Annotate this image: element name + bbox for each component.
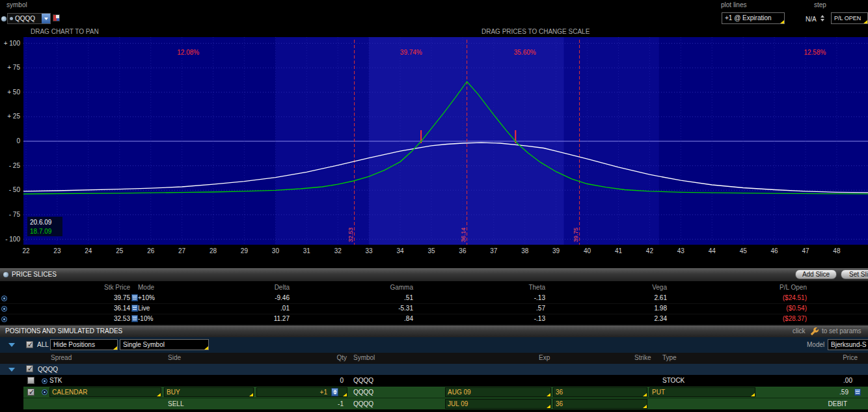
step-stepper[interactable] [821,15,824,21]
x-axis-tick-label[interactable]: 44 [709,247,716,254]
x-axis-tick-label[interactable]: 29 [241,247,249,254]
slice-mode[interactable]: Live [138,303,150,314]
symbol-dropdown-button[interactable] [42,14,50,23]
symbol-combobox[interactable]: QQQQ [7,13,51,24]
col-theta[interactable]: Theta [528,282,545,293]
symbol-value[interactable]: QQQQ [13,15,42,22]
strike-dropdown[interactable]: 36 [553,399,647,409]
x-axis-tick-label[interactable]: 30 [272,247,280,254]
col-qty[interactable]: Qty [336,353,347,363]
symbol-group-row[interactable]: QQQQ [0,364,868,375]
row-radio-icon[interactable] [42,378,47,384]
y-axis-tick-label[interactable]: 0 [16,137,20,144]
qty-spinner-icon[interactable] [331,388,338,396]
x-axis-tick-label[interactable]: 22 [22,247,30,254]
qty-stepper[interactable]: +1 [256,387,347,397]
collapse-triangle-icon[interactable] [8,368,15,372]
strike-dropdown[interactable]: 36 [553,387,647,397]
x-axis-tick-label[interactable]: 38 [521,247,529,254]
x-axis-tick-label[interactable]: 46 [771,247,779,254]
risk-profile-chart[interactable]: + 100+ 75+ 50+ 250- 25- 50- 75- 10022232… [0,37,868,257]
slice-lock-icon[interactable] [131,315,138,322]
slice-row-icon[interactable] [1,316,7,322]
exp-dropdown[interactable]: AUG 09 [445,387,551,397]
step-up-icon[interactable] [821,15,824,18]
row-checkbox[interactable] [27,377,34,384]
col-side[interactable]: Side [168,353,181,363]
col-vega[interactable]: Vega [652,282,667,293]
x-axis-tick-label[interactable]: 34 [396,247,404,254]
price-lock-icon[interactable] [854,389,861,396]
section-bullet-icon[interactable] [3,272,8,277]
x-axis-tick-label[interactable]: 32 [334,247,342,254]
x-axis-tick-label[interactable]: 26 [147,247,155,254]
set-slices-button[interactable]: Set Slic [841,269,868,279]
x-axis-tick-label[interactable]: 23 [53,247,61,254]
col-strike[interactable]: Strike [634,353,651,363]
col-exp[interactable]: Exp [539,353,550,363]
positions-filter-dropdown[interactable]: Hide Positions [50,339,118,350]
slice-stk-price[interactable]: 36.14 [114,303,130,314]
step-down-icon[interactable] [821,19,824,21]
add-slice-button[interactable]: Add Slice [795,269,837,279]
plot-lines-dropdown[interactable]: +1 @ Expiration [722,12,785,24]
x-axis-tick-label[interactable]: 48 [833,247,841,254]
slice-lock-icon[interactable] [131,294,138,301]
calendar-buy-leg-row[interactable]: CALENDAR BUY +1 QQQQ AUG 09 36 PUT .59 [0,387,868,398]
row-checkbox[interactable] [27,389,34,396]
x-axis-tick-label[interactable]: 37 [490,247,498,254]
link-grid-icon[interactable] [53,14,60,21]
step-value[interactable]: N/A [806,16,817,23]
x-axis-tick-label[interactable]: 40 [584,247,591,254]
row-radio-icon[interactable] [42,389,47,395]
x-axis-tick-label[interactable]: 45 [740,247,748,254]
x-axis-tick-label[interactable]: 24 [85,247,92,254]
col-mode[interactable]: Mode [138,282,154,293]
slice-stk-price[interactable]: 32.53 [114,314,130,324]
group-checkbox[interactable] [26,365,33,372]
x-axis-tick-label[interactable]: 39 [552,247,560,254]
all-checkbox[interactable] [26,341,33,348]
col-symbol[interactable]: Symbol [353,353,375,363]
calendar-sell-leg-row[interactable]: SELL -1 QQQQ JUL 09 36 DEBIT [0,398,868,409]
collapse-triangle-icon[interactable] [8,343,15,347]
option-type-dropdown[interactable]: PUT [649,387,755,397]
side-dropdown[interactable]: BUY [164,387,254,397]
exp-dropdown[interactable]: JUL 09 [445,399,551,409]
slice-mode[interactable]: +10% [138,293,155,303]
x-axis-tick-label[interactable]: 33 [366,247,373,254]
col-price[interactable]: Price [843,353,858,363]
col-spread[interactable]: Spread [51,353,72,363]
x-axis-tick-label[interactable]: 35 [427,247,435,254]
y-axis-tick-label[interactable]: - 50 [9,186,21,193]
y-axis-tick-label[interactable]: - 75 [9,211,21,218]
y-axis-tick-label[interactable]: - 100 [5,236,20,243]
x-axis-tick-label[interactable]: 36 [459,247,467,254]
slice-stk-price[interactable]: 39.75 [114,293,130,303]
y-axis-tick-label[interactable]: + 75 [7,64,20,71]
symbol-filter-dropdown[interactable]: Single Symbol [120,339,209,350]
y-axis-tick-label[interactable]: + 50 [7,89,20,96]
y-axis-tick-label[interactable]: - 25 [9,162,21,169]
x-axis-tick-label[interactable]: 47 [802,247,809,254]
col-gamma[interactable]: Gamma [390,282,413,293]
col-pl-open[interactable]: P/L Open [780,282,807,293]
stock-position-row[interactable]: STK 0 QQQQ STOCK .00 [0,375,868,387]
x-axis-tick-label[interactable]: 42 [646,247,654,254]
y-axis-tick-label[interactable]: + 100 [4,40,21,47]
slice-row-icon[interactable] [1,295,7,301]
x-axis-tick-label[interactable]: 31 [303,247,311,254]
x-axis-tick-label[interactable]: 28 [210,247,217,254]
slice-lock-icon[interactable] [131,305,138,312]
slice-mode[interactable]: -10% [138,314,153,324]
y-axis-tick-label[interactable]: + 25 [7,113,20,120]
x-axis-tick-label[interactable]: 41 [615,247,623,254]
spread-type-dropdown[interactable]: CALENDAR [49,387,161,397]
col-type[interactable]: Type [662,353,677,363]
x-axis-tick-label[interactable]: 43 [677,247,685,254]
slice-row-icon[interactable] [1,306,7,312]
x-axis-tick-label[interactable]: 27 [178,247,186,254]
pl-mode-dropdown[interactable]: P/L OPEN [831,12,868,24]
col-stk-price[interactable]: Stk Price [104,282,130,293]
x-axis-tick-label[interactable]: 25 [116,247,124,254]
